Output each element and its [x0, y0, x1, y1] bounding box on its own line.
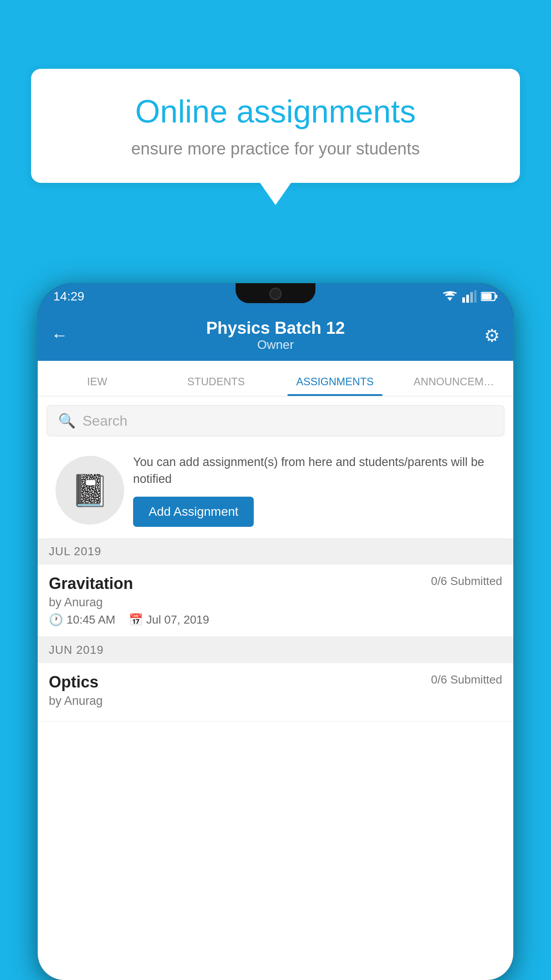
svg-marker-0 [447, 297, 453, 301]
assignment-item-optics[interactable]: Optics 0/6 Submitted by Anurag [38, 663, 513, 722]
back-button[interactable]: ← [51, 326, 68, 345]
header-subtitle: Owner [206, 338, 345, 352]
wifi-icon [442, 290, 458, 303]
speech-bubble-wrapper: Online assignments ensure more practice … [31, 69, 520, 205]
assignment-item-top: Gravitation 0/6 Submitted [49, 574, 502, 593]
status-time: 14:29 [53, 289, 84, 304]
assignment-date-gravitation: 📅 Jul 07, 2019 [129, 613, 209, 627]
svg-rect-1 [462, 297, 465, 303]
add-assignment-button[interactable]: Add Assignment [133, 497, 254, 527]
battery-icon [481, 292, 498, 301]
assignment-notebook-icon: 📓 [71, 472, 109, 509]
svg-rect-6 [495, 295, 497, 298]
assignment-author-optics: by Anurag [49, 694, 502, 708]
assignment-icon-circle: 📓 [55, 456, 124, 525]
calendar-icon: 📅 [129, 613, 143, 627]
app-header: ← Physics Batch 12 Owner ⚙ [38, 310, 513, 361]
tab-assignments[interactable]: ASSIGNMENTS [276, 375, 394, 396]
speech-bubble-title: Online assignments [62, 93, 489, 130]
svg-rect-4 [474, 290, 476, 303]
assignment-item-gravitation[interactable]: Gravitation 0/6 Submitted by Anurag 🕐 10… [38, 565, 513, 637]
assignment-description: You can add assignment(s) from here and … [133, 454, 496, 488]
assignment-meta-gravitation: 🕐 10:45 AM 📅 Jul 07, 2019 [49, 613, 502, 627]
svg-rect-7 [482, 293, 492, 300]
search-icon: 🔍 [58, 412, 76, 429]
assignment-submitted-gravitation: 0/6 Submitted [431, 574, 502, 588]
assignment-info: You can add assignment(s) from here and … [133, 454, 496, 527]
header-title-block: Physics Batch 12 Owner [206, 319, 345, 352]
header-title: Physics Batch 12 [206, 319, 345, 338]
svg-rect-3 [470, 292, 473, 303]
section-header-jul2019: JUL 2019 [38, 538, 513, 565]
status-icons [442, 290, 498, 303]
phone-notch [236, 283, 315, 303]
content-area: 🔍 Search 📓 You can add assignment(s) fro… [38, 396, 513, 980]
assignment-name-gravitation: Gravitation [49, 574, 133, 593]
search-bar[interactable]: 🔍 Search [47, 405, 504, 436]
section-header-jun2019: JUN 2019 [38, 637, 513, 663]
speech-bubble-arrow [260, 183, 291, 205]
assignment-name-optics: Optics [49, 673, 98, 692]
gear-icon[interactable]: ⚙ [484, 325, 500, 346]
signal-icon [462, 290, 476, 303]
clock-icon: 🕐 [49, 613, 63, 627]
assignment-author-gravitation: by Anurag [49, 596, 502, 609]
phone-frame: 14:29 ← Phys [38, 283, 513, 980]
tab-announcements[interactable]: ANNOUNCEM… [394, 375, 513, 396]
speech-bubble-subtitle: ensure more practice for your students [62, 139, 489, 158]
assignment-submitted-optics: 0/6 Submitted [431, 673, 502, 687]
assignment-item-top-optics: Optics 0/6 Submitted [49, 673, 502, 692]
tab-students[interactable]: STUDENTS [157, 375, 276, 396]
speech-bubble: Online assignments ensure more practice … [31, 69, 520, 183]
assignment-time-gravitation: 🕐 10:45 AM [49, 613, 115, 627]
search-placeholder: Search [83, 413, 127, 429]
tab-overview[interactable]: IEW [38, 375, 157, 396]
phone-camera [269, 288, 282, 300]
tabs-bar: IEW STUDENTS ASSIGNMENTS ANNOUNCEM… [38, 361, 513, 396]
svg-rect-2 [466, 295, 469, 303]
add-assignment-card: 📓 You can add assignment(s) from here an… [47, 443, 504, 538]
